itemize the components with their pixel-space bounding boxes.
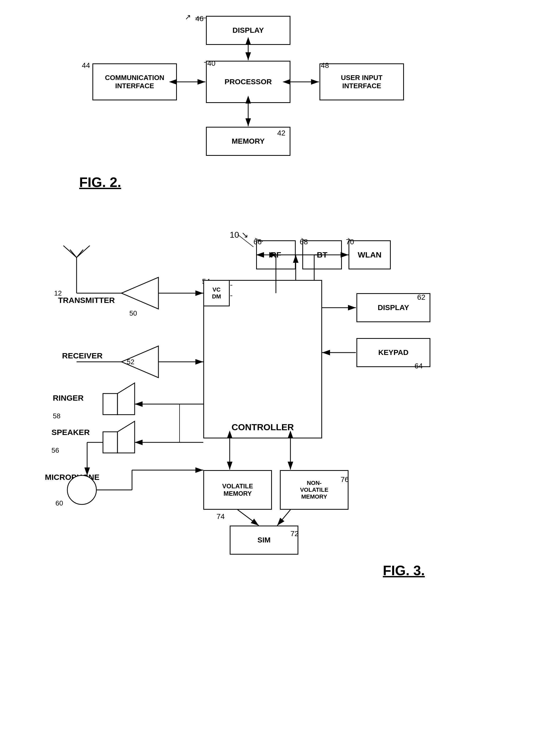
- fig2-label: FIG. 2.: [79, 174, 121, 190]
- ref-64: 64: [415, 362, 423, 370]
- svg-text:50: 50: [129, 309, 137, 317]
- volatile-mem-box: VOLATILE MEMORY: [203, 470, 272, 510]
- keypad-label: KEYPAD: [378, 348, 409, 357]
- ref-72: 72: [290, 530, 299, 538]
- comm-interface-label: COMMUNICATION INTERFACE: [105, 74, 164, 90]
- processor-label: PROCESSOR: [225, 78, 272, 86]
- ref-68: 68: [300, 238, 308, 246]
- vc-dm-box-top: VCDM: [203, 280, 230, 306]
- ref-60: 60: [55, 499, 63, 507]
- svg-rect-25: [103, 432, 117, 453]
- microphone-label: MICROPHONE: [45, 473, 100, 482]
- svg-marker-15: [121, 277, 158, 309]
- rf-box: RF: [256, 240, 296, 269]
- rf-label: RF: [271, 250, 281, 259]
- ref-46-arrow: ↗: [185, 13, 191, 21]
- ref-44: 44: [82, 61, 90, 70]
- transmitter-label: TRANSMITTER: [58, 296, 115, 305]
- sim-label: SIM: [257, 536, 271, 544]
- controller-label: CONTROLLER: [232, 422, 294, 432]
- wlan-box: WLAN: [349, 240, 391, 269]
- display-label-fig3: DISPLAY: [378, 303, 409, 312]
- svg-marker-23: [117, 383, 135, 415]
- wlan-label: WLAN: [358, 250, 382, 259]
- ref-66: 66: [253, 238, 262, 246]
- svg-line-13: [70, 250, 77, 258]
- receiver-label: RECEIVER: [62, 351, 102, 360]
- ref-74: 74: [217, 512, 225, 521]
- ref-76: 76: [341, 475, 349, 484]
- ref-40: 40: [207, 59, 215, 68]
- ref-10: 10 ↘: [230, 230, 248, 240]
- svg-line-14: [77, 250, 83, 258]
- svg-marker-26: [117, 421, 135, 453]
- fig3-label: FIG. 3.: [383, 563, 425, 578]
- svg-line-45: [238, 510, 259, 526]
- ref-46: 46: [195, 15, 204, 23]
- vc-dm-top-label: VCDM: [212, 286, 221, 300]
- ref-58: 58: [53, 412, 60, 420]
- nonvolatile-mem-box: NON- VOLATILE MEMORY: [280, 470, 349, 510]
- bt-box: BT: [302, 240, 342, 269]
- memory-label-fig2: MEMORY: [232, 137, 265, 146]
- comm-interface-box: COMMUNICATION INTERFACE: [92, 63, 177, 100]
- volatile-mem-label: VOLATILE MEMORY: [222, 483, 253, 497]
- diagram-container: DISPLAY 46 ↗ PROCESSOR 40 COMMUNICATION …: [0, 0, 560, 735]
- user-input-label: USER INPUT INTERFACE: [341, 74, 382, 90]
- sim-box: SIM: [230, 526, 298, 555]
- svg-line-11: [63, 246, 77, 258]
- ref-42: 42: [277, 129, 285, 137]
- svg-line-12: [77, 246, 90, 258]
- nonvolatile-mem-label: NON- VOLATILE MEMORY: [300, 480, 328, 500]
- ref-52-label: 52: [127, 358, 134, 366]
- ringer-label: RINGER: [53, 394, 84, 402]
- svg-rect-22: [103, 394, 117, 415]
- ref-62: 62: [417, 293, 425, 302]
- processor-box: PROCESSOR: [206, 61, 290, 103]
- bt-label: BT: [317, 250, 327, 259]
- ref-12: 12: [54, 289, 62, 297]
- ref-70: 70: [346, 238, 354, 246]
- speaker-label: SPEAKER: [51, 428, 90, 437]
- ref-48: 48: [321, 61, 329, 70]
- ref-56: 56: [51, 446, 59, 455]
- display-label-fig2: DISPLAY: [233, 26, 264, 35]
- user-input-box: USER INPUT INTERFACE: [319, 63, 404, 100]
- display-box-fig2: DISPLAY: [206, 16, 290, 45]
- svg-line-46: [277, 510, 290, 526]
